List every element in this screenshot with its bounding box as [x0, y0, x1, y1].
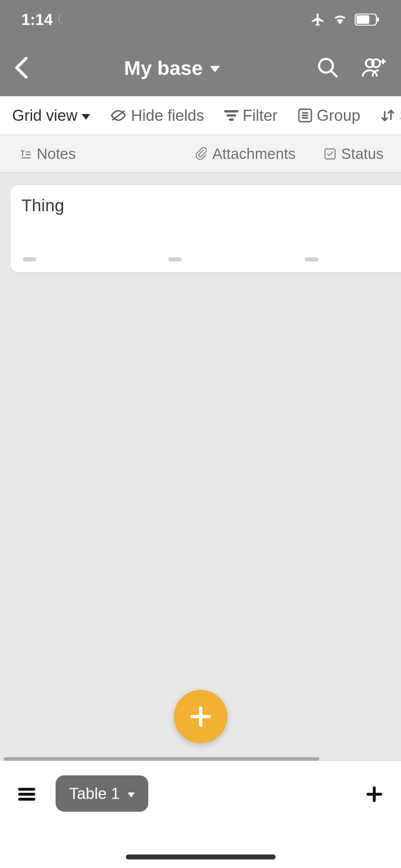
- filter-button[interactable]: Filter: [224, 107, 278, 124]
- record-card[interactable]: Thing: [11, 185, 401, 272]
- filter-label: Filter: [243, 107, 278, 124]
- tables-menu-button[interactable]: [14, 782, 39, 807]
- group-button[interactable]: Group: [298, 107, 360, 124]
- group-label: Group: [317, 107, 360, 124]
- plus-icon: [366, 786, 383, 803]
- sort-icon: [380, 108, 395, 123]
- group-icon: [298, 108, 313, 123]
- checkbox-icon: [324, 148, 336, 160]
- table-selector[interactable]: Table 1: [56, 775, 148, 812]
- do-not-disturb-icon: [57, 13, 71, 26]
- column-label: Status: [341, 145, 384, 162]
- text-icon: [20, 149, 32, 159]
- menu-icon: [18, 787, 35, 801]
- column-label: Attachments: [212, 145, 295, 162]
- empty-cell-placeholder: [23, 257, 36, 262]
- record-placeholders: [21, 257, 394, 262]
- svg-line-4: [331, 71, 337, 77]
- sort-label: Sort: [400, 107, 401, 124]
- people-plus-icon: [362, 57, 387, 78]
- hide-fields-label: Hide fields: [131, 107, 204, 124]
- filter-icon: [224, 109, 238, 122]
- airplane-mode-icon: [310, 12, 325, 27]
- empty-cell-placeholder: [168, 257, 182, 262]
- wifi-icon: [332, 12, 348, 27]
- column-label: Notes: [37, 145, 76, 162]
- svg-rect-2: [377, 17, 379, 22]
- base-title-dropdown[interactable]: My base: [46, 56, 298, 79]
- column-attachments[interactable]: Attachments: [195, 145, 324, 162]
- chevron-down-icon: [128, 792, 135, 797]
- home-indicator[interactable]: [126, 854, 276, 859]
- column-headers: Notes Attachments Status: [0, 135, 401, 173]
- sort-button[interactable]: Sort: [380, 107, 401, 124]
- eye-off-icon: [110, 109, 127, 122]
- bottom-tabs-bar: Table 1: [0, 761, 401, 868]
- view-toolbar[interactable]: Grid view Hide fields Filter Group Sort: [0, 96, 401, 135]
- back-button[interactable]: [11, 57, 32, 78]
- status-left: 1:14: [21, 11, 71, 29]
- header: My base: [0, 39, 401, 96]
- status-time: 1:14: [21, 11, 53, 29]
- search-icon: [316, 56, 340, 79]
- plus-icon: [189, 705, 212, 728]
- svg-rect-1: [356, 15, 369, 24]
- attachment-icon: [195, 147, 207, 161]
- chevron-down-icon: [210, 66, 220, 72]
- status-bar: 1:14: [0, 0, 401, 39]
- records-area[interactable]: Thing: [0, 173, 401, 272]
- column-status[interactable]: Status: [324, 145, 401, 162]
- base-title: My base: [124, 56, 203, 79]
- add-record-fab[interactable]: [174, 690, 227, 743]
- hide-fields-button[interactable]: Hide fields: [110, 107, 204, 124]
- share-button[interactable]: [358, 52, 390, 84]
- status-right: [310, 12, 380, 27]
- empty-cell-placeholder: [305, 257, 318, 262]
- chevron-left-icon: [14, 57, 29, 78]
- record-title: Thing: [21, 196, 394, 215]
- battery-icon: [355, 14, 380, 26]
- horizontal-scrollbar[interactable]: [4, 757, 319, 761]
- search-button[interactable]: [312, 52, 344, 84]
- chevron-down-icon: [82, 114, 90, 120]
- column-notes[interactable]: Notes: [20, 145, 195, 162]
- add-table-button[interactable]: [362, 782, 387, 807]
- view-label: Grid view: [12, 107, 77, 124]
- view-selector[interactable]: Grid view: [12, 107, 90, 124]
- table-name: Table 1: [69, 785, 120, 802]
